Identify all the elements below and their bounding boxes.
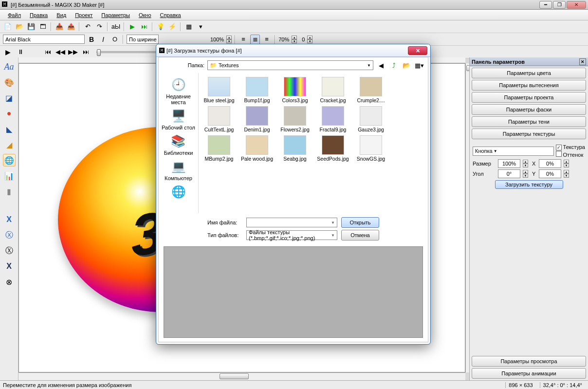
menu-help[interactable]: Справка xyxy=(156,11,185,19)
zoom3-spinner[interactable]: ▲▼ xyxy=(307,36,312,43)
params-anim-button[interactable]: Параметры анимации xyxy=(472,368,586,379)
file-item[interactable]: Bump1f.jpg xyxy=(239,76,276,104)
last-frame-icon[interactable]: ⏭ xyxy=(81,47,91,57)
params-texture-button[interactable]: Параметры текстуры xyxy=(472,129,586,139)
texture-target-combo[interactable]: Кнопка▼ xyxy=(473,147,554,156)
texture-checkbox[interactable]: ✓ xyxy=(556,145,562,150)
angle-y-input[interactable] xyxy=(539,169,561,178)
params-project-button[interactable]: Параметры проекта xyxy=(472,92,586,103)
text-tool-icon[interactable]: Aa xyxy=(3,60,16,73)
saveas-icon[interactable]: 🗔 xyxy=(38,22,48,32)
step-icon[interactable]: ⏭ xyxy=(139,22,149,32)
file-item[interactable]: SnowGS.jpg xyxy=(352,134,389,163)
angle-y-spinner[interactable]: ▲▼ xyxy=(564,170,569,178)
text-icon[interactable]: аЫ xyxy=(111,22,121,32)
size-spinner[interactable]: ▲▼ xyxy=(523,160,528,167)
x-circle-icon[interactable]: ⓧ xyxy=(3,229,16,241)
new-icon[interactable]: 📄 xyxy=(3,22,13,32)
menu-params[interactable]: Параметры xyxy=(97,11,134,19)
newfolder-icon[interactable]: 📂 xyxy=(402,60,411,70)
file-item[interactable]: Gauze3.jpg xyxy=(352,105,389,133)
maximize-button[interactable]: ❐ xyxy=(553,1,566,9)
align-right-icon[interactable]: ≡ xyxy=(262,35,272,44)
refresh-icon[interactable]: ⚡ xyxy=(167,22,177,32)
file-item[interactable]: Cracket.jpg xyxy=(314,76,351,104)
globe-icon[interactable]: 🌐 xyxy=(3,154,16,167)
zoom2-spinner[interactable]: ▲▼ xyxy=(292,36,297,43)
close-button[interactable]: ✕ xyxy=(567,1,586,9)
pause-button[interactable]: ⏸ xyxy=(16,47,25,57)
place-item[interactable]: 🕘Недавние места xyxy=(159,76,198,106)
import-icon[interactable]: 📥 xyxy=(55,22,64,32)
play-button[interactable]: ▶ xyxy=(3,47,13,57)
place-item[interactable]: 🖥️Рабочий стол xyxy=(161,107,196,131)
angle-spinner[interactable]: ▲▼ xyxy=(523,170,528,178)
menu-view[interactable]: Вид xyxy=(53,11,70,19)
file-item[interactable]: Blue steel.jpg xyxy=(201,76,238,104)
size-x-spinner[interactable]: ▲▼ xyxy=(564,160,569,167)
menu-edit[interactable]: Правка xyxy=(26,11,52,19)
timeline-slider[interactable] xyxy=(96,51,165,53)
file-item[interactable]: Flowers2.jpg xyxy=(276,105,313,133)
filetype-select[interactable]: Файлы текстуры (*.bmp;*.gif;*.ico;*.jpg;… xyxy=(246,230,337,240)
file-item[interactable]: Crumple2.... xyxy=(352,76,389,104)
x-blue-icon[interactable]: X xyxy=(3,213,16,226)
size-x-input[interactable] xyxy=(539,159,561,168)
back-icon[interactable]: ◀ xyxy=(376,60,386,70)
dropdown-icon[interactable]: ▾ xyxy=(196,22,205,32)
tint-checkbox[interactable] xyxy=(556,151,562,157)
open-button[interactable]: Открыть xyxy=(341,217,379,228)
align-combo[interactable]: По ширине xyxy=(127,35,159,44)
params-color-button[interactable]: Параметры цвета xyxy=(472,68,586,78)
next-frame-icon[interactable]: ▶▶ xyxy=(68,47,78,57)
viewmode-icon[interactable]: ▦▾ xyxy=(414,60,424,70)
open-icon[interactable]: 📂 xyxy=(15,22,24,32)
file-item[interactable]: Pale wood.jpg xyxy=(239,134,276,163)
place-item[interactable]: 🌐 xyxy=(168,183,189,202)
grid-icon[interactable]: ▦ xyxy=(184,22,194,32)
file-item[interactable]: Fractal9.jpg xyxy=(314,105,351,133)
pyramid-icon[interactable]: ◢ xyxy=(3,138,16,151)
x-outline-icon[interactable]: Ⓧ xyxy=(3,244,16,257)
x-ring-icon[interactable]: ⊗ xyxy=(3,276,16,288)
file-item[interactable]: Denim1.jpg xyxy=(239,105,276,133)
font-select[interactable] xyxy=(3,35,85,44)
file-item[interactable]: CultTextL.jpg xyxy=(201,105,238,133)
size-input[interactable] xyxy=(498,159,520,168)
chart-icon[interactable]: 📊 xyxy=(3,169,16,182)
place-item[interactable]: 💻Компьютер xyxy=(164,158,193,182)
bulb-icon[interactable]: 💡 xyxy=(156,22,165,32)
play-icon[interactable]: ▶ xyxy=(128,22,137,32)
file-item[interactable]: Seabg.jpg xyxy=(276,134,313,163)
outline-icon[interactable]: O xyxy=(110,35,120,44)
file-item[interactable]: SeedPods.jpg xyxy=(314,134,351,163)
file-item[interactable]: Colors3.jpg xyxy=(276,76,313,104)
align-left-icon[interactable]: ≡ xyxy=(239,35,248,44)
dialog-close-button[interactable]: ✕ xyxy=(408,46,427,55)
bold-icon[interactable]: B xyxy=(87,35,96,44)
palette-icon[interactable]: 🎨 xyxy=(3,76,16,89)
horizontal-scrollbar[interactable] xyxy=(18,372,465,380)
file-item[interactable]: MBump2.jpg xyxy=(201,134,238,163)
redo-icon[interactable]: ↷ xyxy=(94,22,104,32)
panel-close-icon[interactable]: ✕ xyxy=(579,58,586,65)
params-view-button[interactable]: Параметры просмотра xyxy=(472,356,586,367)
save-icon[interactable]: 💾 xyxy=(26,22,36,32)
italic-icon[interactable]: I xyxy=(98,35,108,44)
minimize-button[interactable]: ━ xyxy=(539,1,552,9)
load-texture-button[interactable]: Загрузить текстуру xyxy=(495,180,563,189)
sphere-red-icon[interactable]: ● xyxy=(3,107,16,120)
filename-input[interactable]: ▼ xyxy=(246,218,337,227)
cube-icon[interactable]: ◪ xyxy=(3,92,16,104)
folder-select[interactable]: 📁 Textures ▼ xyxy=(207,60,373,70)
zoom1-spinner[interactable]: ▲▼ xyxy=(226,36,232,43)
x-dark-icon[interactable]: X xyxy=(3,260,16,273)
params-bevel-button[interactable]: Параметры фаски xyxy=(472,104,586,115)
cancel-button[interactable]: Отмена xyxy=(341,230,379,241)
menu-project[interactable]: Проект xyxy=(71,11,96,19)
export-icon[interactable]: 📤 xyxy=(66,22,76,32)
params-shadow-button[interactable]: Параметры тени xyxy=(472,116,586,127)
first-frame-icon[interactable]: ⏮ xyxy=(43,47,53,57)
params-extrude-button[interactable]: Параметры вытеснения xyxy=(472,80,586,91)
up-icon[interactable]: ⤴ xyxy=(389,60,399,70)
